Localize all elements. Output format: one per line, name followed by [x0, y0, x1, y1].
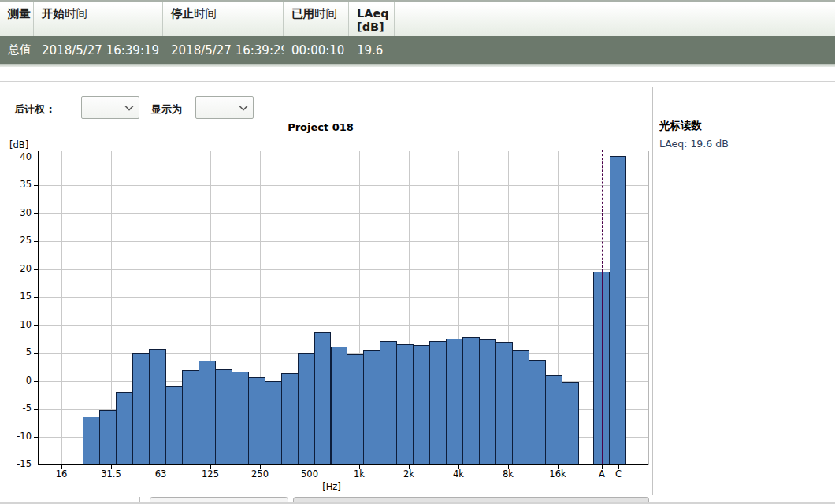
- bar-500[interactable]: [298, 353, 315, 464]
- bar-50[interactable]: [132, 353, 150, 464]
- panel-divider: [652, 87, 653, 495]
- y-tick-label: 25: [2, 235, 32, 246]
- x-tick-label-1k: 1k: [337, 469, 381, 480]
- x-tick-label-C: C: [596, 469, 640, 480]
- y-tick-label: 20: [2, 263, 32, 274]
- bar-630[interactable]: [314, 332, 332, 464]
- bar-2.5k[interactable]: [413, 345, 430, 464]
- bar-6.3k[interactable]: [479, 339, 496, 464]
- bar-31.5[interactable]: [99, 410, 117, 464]
- bar-20k[interactable]: [562, 382, 579, 464]
- x-tick-label-31.5: 31.5: [89, 469, 133, 480]
- cursor-line-solid[interactable]: [602, 272, 603, 464]
- bar-8k[interactable]: [495, 342, 513, 464]
- y-tick-label: -10: [2, 431, 32, 442]
- bar-10k[interactable]: [512, 350, 529, 464]
- bar-16k[interactable]: [545, 375, 562, 464]
- bar-chart-plot: 4035302520151050-5-10-151631.56312525050…: [0, 0, 659, 504]
- x-axis-line: [38, 464, 648, 465]
- x-tick-label-125: 125: [188, 469, 232, 480]
- bar-80[interactable]: [165, 386, 183, 464]
- cursor-line-dashed[interactable]: [602, 150, 603, 272]
- y-tick-label: -5: [2, 402, 32, 413]
- y-tick-label: 15: [2, 291, 32, 302]
- cursor-reading-value: LAeq: 19.6 dB: [659, 138, 729, 150]
- bar-1k[interactable]: [347, 354, 364, 464]
- bar-250[interactable]: [248, 377, 265, 464]
- bar-160[interactable]: [215, 369, 232, 464]
- x-tick-label-8k: 8k: [486, 469, 530, 480]
- x-tick-label-16k: 16k: [536, 469, 580, 480]
- bar-100[interactable]: [182, 370, 199, 464]
- h-gridline: [38, 158, 648, 158]
- bar-800[interactable]: [331, 346, 348, 464]
- v-gridline: [61, 151, 62, 464]
- h-gridline: [38, 185, 648, 186]
- y-tick-label: 5: [2, 346, 32, 358]
- h-gridline: [38, 325, 648, 326]
- x-tick-label-63: 63: [139, 469, 183, 480]
- bar-200[interactable]: [232, 372, 249, 464]
- h-gridline: [38, 241, 648, 242]
- bar-C[interactable]: [610, 156, 626, 464]
- bar-2k[interactable]: [396, 344, 414, 464]
- bar-4k[interactable]: [446, 339, 463, 464]
- cursor-panel-title: 光标读数: [659, 119, 702, 133]
- bar-1.25k[interactable]: [363, 350, 380, 464]
- x-tick-label-4k: 4k: [436, 469, 481, 480]
- y-tick-label: 10: [2, 319, 32, 330]
- x-tick-label-2k: 2k: [387, 469, 431, 480]
- plot-right-border: [648, 151, 649, 465]
- bar-40[interactable]: [116, 392, 133, 464]
- bar-5k[interactable]: [462, 337, 480, 464]
- y-tick-label: 30: [2, 207, 32, 218]
- x-tick-label-250: 250: [238, 469, 282, 480]
- bar-400[interactable]: [281, 373, 299, 464]
- bar-1.6k[interactable]: [380, 341, 397, 464]
- x-axis-unit-label: [Hz]: [312, 481, 351, 492]
- bar-3.15k[interactable]: [429, 341, 447, 464]
- y-tick-label: 40: [2, 151, 32, 162]
- h-gridline: [38, 269, 648, 270]
- h-gridline: [38, 297, 648, 298]
- h-gridline: [38, 213, 648, 214]
- bar-25[interactable]: [83, 417, 100, 464]
- y-tick-label: 0: [2, 375, 32, 386]
- bar-315[interactable]: [265, 381, 282, 464]
- y-axis-line: [38, 151, 39, 465]
- y-tick-label: -15: [2, 458, 32, 469]
- bar-12.5k[interactable]: [529, 360, 546, 464]
- x-tick-label-500: 500: [288, 469, 332, 480]
- bar-63[interactable]: [149, 349, 166, 464]
- y-tick-label: 35: [2, 179, 32, 190]
- x-tick-label-16: 16: [39, 469, 84, 480]
- bar-125[interactable]: [199, 361, 216, 464]
